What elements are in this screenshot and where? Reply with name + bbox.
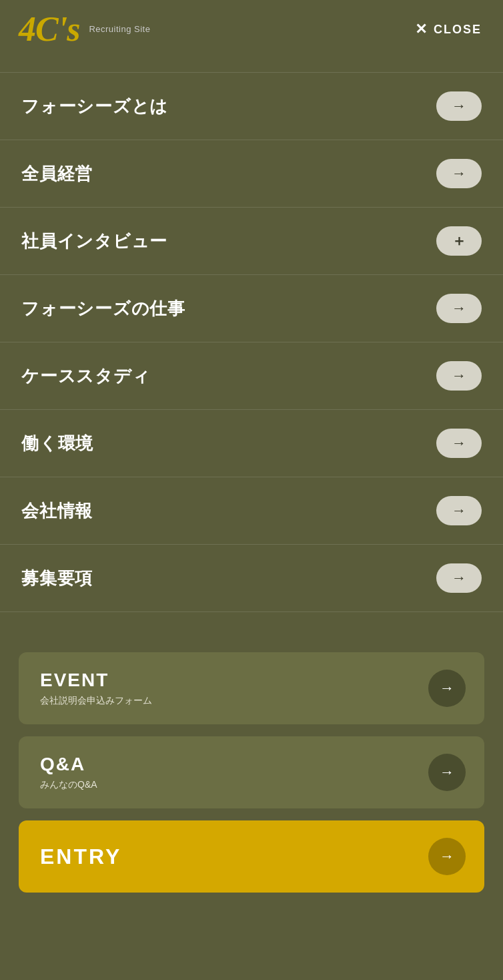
logo-area: 4C's Recruiting Site bbox=[19, 12, 150, 47]
menu-item-management[interactable]: 全員経営→ bbox=[0, 140, 503, 208]
qa-arrow-button[interactable]: → bbox=[428, 754, 466, 791]
arrow-icon: → bbox=[452, 166, 466, 181]
event-arrow-button[interactable]: → bbox=[428, 670, 466, 707]
bottom-spacer bbox=[0, 893, 503, 919]
close-x-icon: ✕ bbox=[415, 21, 428, 38]
arrow-icon: → bbox=[452, 369, 466, 383]
menu-item-work[interactable]: フォーシーズの仕事→ bbox=[0, 275, 503, 342]
menu-label-about: フォーシーズとは bbox=[21, 95, 168, 118]
logo-subtitle: Recruiting Site bbox=[89, 24, 150, 35]
menu-arrow-about[interactable]: → bbox=[436, 91, 482, 121]
arrow-icon: → bbox=[452, 301, 466, 316]
menu-label-case-study: ケーススタディ bbox=[21, 364, 150, 388]
menu-arrow-case-study[interactable]: → bbox=[436, 361, 482, 391]
menu-label-environment: 働く環境 bbox=[21, 432, 93, 455]
menu-arrow-management[interactable]: → bbox=[436, 159, 482, 188]
logo: 4C's bbox=[19, 12, 79, 47]
arrow-icon: → bbox=[440, 764, 454, 781]
event-subtitle: 会社説明会申込みフォーム bbox=[40, 695, 152, 707]
entry-title: ENTRY bbox=[40, 844, 121, 869]
menu-label-work: フォーシーズの仕事 bbox=[21, 297, 185, 320]
card-event[interactable]: EVENT 会社説明会申込みフォーム → bbox=[19, 652, 484, 724]
menu-label-interview: 社員インタビュー bbox=[21, 230, 167, 253]
menu-arrow-interview[interactable]: ＋ bbox=[436, 226, 482, 256]
menu-item-environment[interactable]: 働く環境→ bbox=[0, 410, 503, 477]
menu-arrow-work[interactable]: → bbox=[436, 294, 482, 323]
menu-label-company: 会社情報 bbox=[21, 499, 93, 523]
close-button[interactable]: ✕ CLOSE bbox=[415, 21, 482, 38]
close-label: CLOSE bbox=[434, 23, 482, 37]
menu-item-case-study[interactable]: ケーススタディ→ bbox=[0, 342, 503, 410]
arrow-icon: → bbox=[452, 503, 466, 518]
qa-subtitle: みんなのQ&A bbox=[40, 779, 97, 791]
menu-arrow-company[interactable]: → bbox=[436, 496, 482, 525]
menu-label-management: 全員経営 bbox=[21, 162, 93, 186]
navigation-menu: フォーシーズとは→全員経営→社員インタビュー＋フォーシーズの仕事→ケーススタディ… bbox=[0, 59, 503, 632]
event-title: EVENT bbox=[40, 670, 152, 691]
arrow-icon: → bbox=[452, 99, 466, 113]
plus-icon: ＋ bbox=[452, 234, 466, 248]
menu-item-interview[interactable]: 社員インタビュー＋ bbox=[0, 208, 503, 275]
arrow-icon: → bbox=[452, 571, 466, 585]
menu-item-recruit[interactable]: 募集要項→ bbox=[0, 545, 503, 612]
menu-label-recruit: 募集要項 bbox=[21, 567, 93, 590]
card-entry[interactable]: ENTRY → bbox=[19, 820, 484, 893]
entry-arrow-button[interactable]: → bbox=[428, 838, 466, 875]
arrow-icon: → bbox=[452, 436, 466, 451]
header: 4C's Recruiting Site ✕ CLOSE bbox=[0, 0, 503, 59]
card-qa[interactable]: Q&A みんなのQ&A → bbox=[19, 736, 484, 808]
menu-item-company[interactable]: 会社情報→ bbox=[0, 477, 503, 545]
menu-arrow-recruit[interactable]: → bbox=[436, 563, 482, 593]
arrow-icon: → bbox=[440, 680, 454, 697]
qa-title: Q&A bbox=[40, 754, 97, 775]
menu-arrow-environment[interactable]: → bbox=[436, 429, 482, 458]
menu-item-about[interactable]: フォーシーズとは→ bbox=[0, 72, 503, 140]
arrow-icon: → bbox=[440, 848, 454, 865]
